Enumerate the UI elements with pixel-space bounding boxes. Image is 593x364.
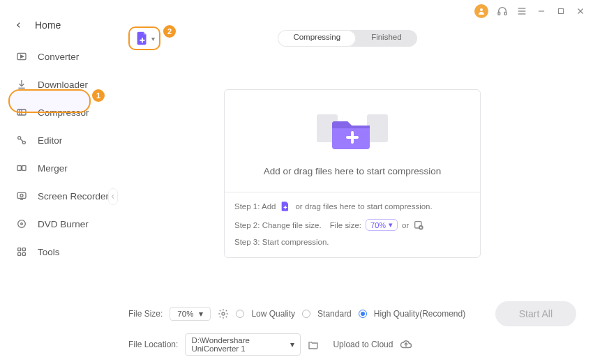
- recorder-icon: [15, 190, 28, 202]
- step1-suffix: or drag files here to start compression.: [295, 202, 432, 211]
- downloader-icon: [15, 78, 28, 91]
- filesize-value: 70%: [177, 310, 193, 318]
- callout-badge-2: 2: [163, 25, 176, 38]
- home-label: Home: [35, 20, 61, 31]
- merger-icon: [15, 162, 28, 174]
- upload-cloud-label: Upload to Cloud: [333, 340, 393, 349]
- sidebar-item-editor[interactable]: Editor: [0, 128, 112, 152]
- svg-line-17: [20, 139, 23, 142]
- chevron-down-icon: ▾: [199, 309, 203, 319]
- status-tabs: Compressing Finished: [278, 30, 416, 47]
- dvd-icon: [15, 218, 28, 230]
- filesize-select[interactable]: 70%▾: [170, 307, 211, 321]
- svg-rect-27: [18, 252, 21, 255]
- tab-finished[interactable]: Finished: [356, 30, 416, 47]
- step2-label: File size:: [330, 221, 361, 229]
- sidebar-item-label: DVD Burner: [38, 219, 89, 229]
- start-all-button[interactable]: Start All: [495, 301, 576, 326]
- svg-point-23: [18, 220, 26, 228]
- sidebar-item-screen-recorder[interactable]: Screen Recorder: [0, 184, 112, 208]
- sidebar-item-label: Screen Recorder: [38, 191, 109, 202]
- filesize-mini-select[interactable]: 70% ▾: [366, 219, 398, 231]
- sidebar-item-tools[interactable]: Tools: [0, 240, 112, 264]
- step-2: Step 2: Change file size. File size: 70%…: [234, 219, 470, 231]
- step1-prefix: Step 1: Add: [234, 202, 276, 211]
- sidebar-item-compressor[interactable]: Compressor: [0, 100, 112, 124]
- svg-point-24: [21, 223, 23, 225]
- settings-mini-icon[interactable]: [413, 220, 424, 231]
- sidebar-item-label: Compressor: [38, 107, 89, 118]
- file-location-select[interactable]: D:\Wondershare UniConverter 1▾: [185, 333, 301, 356]
- open-folder-icon[interactable]: [308, 339, 319, 350]
- cloud-upload-icon[interactable]: [400, 338, 412, 351]
- step3-text: Step 3: Start compression.: [234, 238, 329, 246]
- radio-high-quality[interactable]: [359, 310, 367, 318]
- add-file-mini-icon[interactable]: [280, 201, 291, 212]
- main-panel: ▾ 2 Compressing Finished Add or drag fil…: [112, 0, 593, 364]
- compressor-icon: [15, 106, 28, 119]
- add-file-icon: [135, 31, 150, 46]
- filesize-mini-value: 70%: [370, 221, 386, 229]
- sidebar-item-label: Tools: [38, 247, 60, 257]
- svg-rect-19: [22, 166, 26, 171]
- file-location-value: D:\Wondershare UniConverter 1: [191, 336, 290, 353]
- callout-badge-1: 1: [92, 89, 105, 102]
- sidebar-item-merger[interactable]: Merger: [0, 156, 112, 180]
- chevron-down-icon: ▾: [389, 220, 393, 229]
- dropzone-headline: Add or drag files here to start compress…: [264, 166, 441, 176]
- filesize-label: File Size:: [128, 309, 163, 319]
- sidebar: Home Converter Downloader Compressor Edi…: [0, 0, 112, 364]
- svg-point-21: [20, 194, 23, 197]
- svg-marker-11: [21, 55, 24, 58]
- editor-icon: [15, 134, 28, 146]
- radio-low-quality[interactable]: [236, 310, 244, 318]
- converter-icon: [15, 50, 28, 63]
- svg-rect-26: [22, 248, 25, 251]
- radio-standard[interactable]: [302, 310, 310, 318]
- sidebar-item-label: Merger: [38, 163, 68, 174]
- footer: File Size: 70%▾ Low Quality Standard Hig…: [128, 282, 576, 356]
- step2-prefix: Step 2: Change file size.: [234, 221, 322, 229]
- sidebar-item-label: Downloader: [38, 79, 88, 90]
- svg-point-40: [222, 312, 225, 315]
- sidebar-item-converter[interactable]: Converter: [0, 45, 112, 68]
- add-file-button[interactable]: ▾ 2: [128, 26, 160, 50]
- step2-or: or: [402, 221, 409, 229]
- low-quality-label: Low Quality: [251, 309, 295, 319]
- folder-add-icon: [314, 106, 391, 156]
- tab-compressing[interactable]: Compressing: [278, 30, 356, 47]
- sidebar-item-label: Editor: [38, 135, 62, 146]
- step-1: Step 1: Add or drag files here to start …: [234, 201, 470, 212]
- step-3: Step 3: Start compression.: [234, 238, 470, 246]
- chevron-down-icon: ▾: [290, 340, 294, 349]
- high-quality-label: High Quality(Recomend): [374, 309, 465, 319]
- svg-rect-28: [22, 252, 25, 255]
- standard-label: Standard: [317, 309, 352, 319]
- gear-icon[interactable]: [218, 308, 229, 319]
- home-button[interactable]: Home: [0, 15, 112, 45]
- file-location-label: File Location:: [128, 340, 178, 349]
- svg-rect-32: [367, 114, 388, 142]
- sidebar-item-label: Converter: [38, 52, 79, 62]
- tools-icon: [15, 245, 28, 258]
- dropzone[interactable]: Add or drag files here to start compress…: [224, 89, 481, 258]
- sidebar-item-dvd-burner[interactable]: DVD Burner: [0, 212, 112, 236]
- svg-rect-20: [17, 192, 26, 198]
- back-icon: [15, 22, 22, 29]
- svg-rect-25: [18, 248, 21, 251]
- svg-rect-18: [17, 166, 21, 171]
- chevron-down-icon: ▾: [151, 35, 155, 43]
